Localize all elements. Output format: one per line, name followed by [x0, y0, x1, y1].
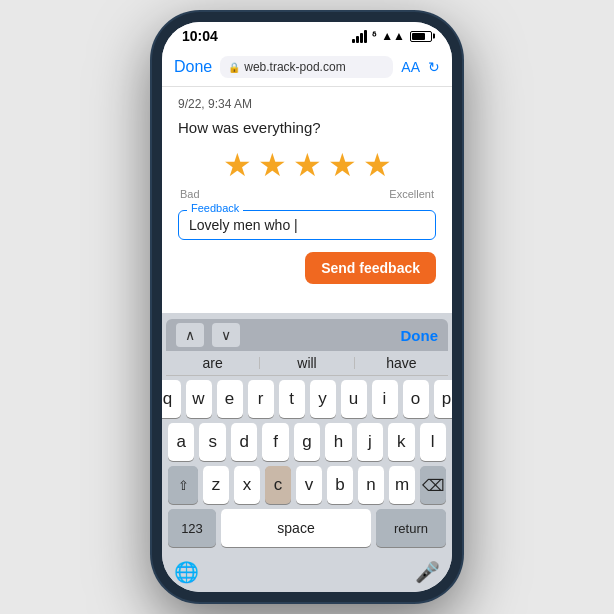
keyboard-arrows: ∧ ∨ — [176, 323, 240, 347]
question-text: How was everything? — [178, 119, 436, 136]
charles-section: Charles — [162, 306, 452, 313]
key-u[interactable]: u — [341, 380, 367, 418]
autocomplete-are[interactable]: are — [166, 355, 259, 371]
key-r[interactable]: r — [248, 380, 274, 418]
done-button[interactable]: Done — [174, 58, 212, 76]
key-s[interactable]: s — [199, 423, 225, 461]
up-arrow-button[interactable]: ∧ — [176, 323, 204, 347]
key-i[interactable]: i — [372, 380, 398, 418]
browser-bar: Done 🔒 web.track-pod.com AA ↻ — [162, 48, 452, 87]
key-a[interactable]: a — [168, 423, 194, 461]
key-h[interactable]: h — [325, 423, 351, 461]
star-labels: Bad Excellent — [178, 188, 436, 200]
keyboard-area: ∧ ∨ Done are will have q — [162, 313, 452, 592]
signal-icon — [352, 30, 367, 43]
key-g[interactable]: g — [294, 423, 320, 461]
key-f[interactable]: f — [262, 423, 288, 461]
key-o[interactable]: o — [403, 380, 429, 418]
keyboard-toolbar: ∧ ∨ Done — [166, 319, 448, 351]
wifi-icon: ᵟ — [372, 30, 376, 43]
keyboard-rows: q w e r t y u i o p a s d f g — [166, 376, 448, 556]
key-v[interactable]: v — [296, 466, 322, 504]
space-key[interactable]: space — [221, 509, 371, 547]
key-row-bottom: 123 space return — [168, 509, 446, 547]
status-bar: 10:04 ᵟ ▲▲ — [162, 22, 452, 48]
key-b[interactable]: b — [327, 466, 353, 504]
star-4[interactable]: ★ — [328, 146, 357, 184]
key-w[interactable]: w — [186, 380, 212, 418]
globe-icon[interactable]: 🌐 — [174, 560, 199, 584]
refresh-button[interactable]: ↻ — [428, 59, 440, 75]
url-bar[interactable]: 🔒 web.track-pod.com — [220, 56, 393, 78]
key-j[interactable]: j — [357, 423, 383, 461]
lock-icon: 🔒 — [228, 62, 240, 73]
shift-key[interactable]: ⇧ — [168, 466, 198, 504]
battery-icon — [410, 31, 432, 42]
datetime: 9/22, 9:34 AM — [178, 97, 436, 111]
autocomplete-have[interactable]: have — [355, 355, 448, 371]
feedback-label: Feedback — [187, 202, 243, 214]
star-label-bad: Bad — [180, 188, 200, 200]
key-q[interactable]: q — [162, 380, 181, 418]
key-e[interactable]: e — [217, 380, 243, 418]
microphone-icon[interactable]: 🎤 — [415, 560, 440, 584]
return-key[interactable]: return — [376, 509, 446, 547]
content-area: 9/22, 9:34 AM How was everything? ★ ★ ★ … — [162, 87, 452, 306]
key-row-1: q w e r t y u i o p — [168, 380, 446, 418]
key-row-2: a s d f g h j k l — [168, 423, 446, 461]
numbers-key[interactable]: 123 — [168, 509, 216, 547]
keyboard-bottom-bar: 🌐 🎤 — [166, 556, 448, 592]
key-n[interactable]: n — [358, 466, 384, 504]
down-arrow-icon: ∨ — [221, 327, 231, 343]
key-t[interactable]: t — [279, 380, 305, 418]
wifi-icon: ▲▲ — [381, 29, 405, 43]
feedback-container[interactable]: Feedback Lovely men who | — [178, 210, 436, 240]
status-icons: ᵟ ▲▲ — [352, 29, 432, 43]
autocomplete-will[interactable]: will — [260, 355, 353, 371]
star-5[interactable]: ★ — [363, 146, 392, 184]
aa-button[interactable]: AA — [401, 59, 420, 75]
key-c[interactable]: c — [265, 466, 291, 504]
url-text: web.track-pod.com — [244, 60, 345, 74]
down-arrow-button[interactable]: ∨ — [212, 323, 240, 347]
up-arrow-icon: ∧ — [185, 327, 195, 343]
star-label-excellent: Excellent — [389, 188, 434, 200]
key-k[interactable]: k — [388, 423, 414, 461]
screen: 10:04 ᵟ ▲▲ Done 🔒 web.track-pod.c — [162, 22, 452, 592]
key-p[interactable]: p — [434, 380, 453, 418]
send-feedback-button[interactable]: Send feedback — [305, 252, 436, 284]
key-y[interactable]: y — [310, 380, 336, 418]
send-button-row: Send feedback — [178, 252, 436, 284]
page-content: 9/22, 9:34 AM How was everything? ★ ★ ★ … — [162, 87, 452, 313]
autocomplete-row: are will have — [166, 351, 448, 376]
star-3[interactable]: ★ — [293, 146, 322, 184]
key-m[interactable]: m — [389, 466, 415, 504]
key-l[interactable]: l — [420, 423, 446, 461]
keyboard-done-button[interactable]: Done — [401, 327, 439, 344]
status-time: 10:04 — [182, 28, 218, 44]
stars-row[interactable]: ★ ★ ★ ★ ★ — [178, 146, 436, 184]
key-d[interactable]: d — [231, 423, 257, 461]
key-row-3: ⇧ z x c v b n m ⌫ — [168, 466, 446, 504]
star-1[interactable]: ★ — [223, 146, 252, 184]
star-2[interactable]: ★ — [258, 146, 287, 184]
feedback-input[interactable]: Lovely men who | — [189, 217, 425, 233]
key-z[interactable]: z — [203, 466, 229, 504]
phone-frame: 10:04 ᵟ ▲▲ Done 🔒 web.track-pod.c — [152, 12, 462, 602]
key-x[interactable]: x — [234, 466, 260, 504]
delete-key[interactable]: ⌫ — [420, 466, 446, 504]
